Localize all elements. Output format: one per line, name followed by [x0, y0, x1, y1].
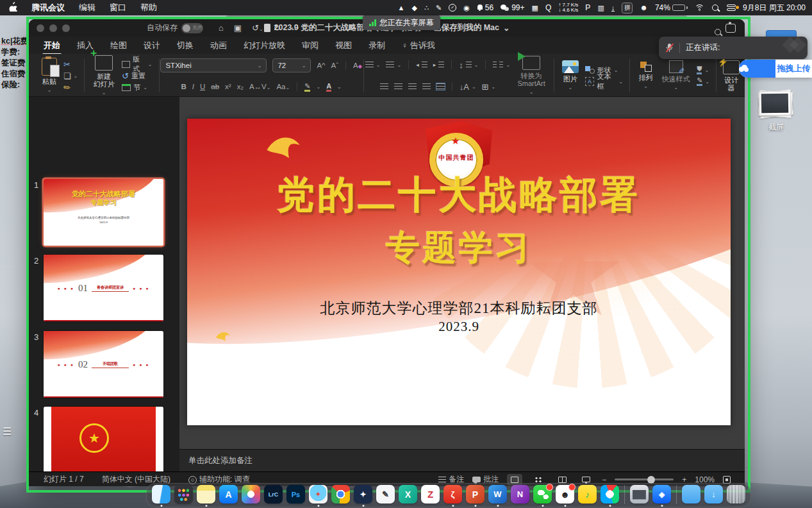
superscript-button[interactable]: x² [225, 83, 231, 90]
hexagon-status-icon[interactable]: ◆ [411, 4, 417, 12]
dock-app-launchpad[interactable] [174, 485, 193, 504]
p-status-icon[interactable]: P [585, 3, 590, 12]
tab-record[interactable]: 录制 [369, 40, 385, 51]
dock-app-qq[interactable]: ☻ [556, 485, 574, 504]
justify-button[interactable] [422, 81, 431, 92]
dock-app-chrome[interactable] [331, 485, 350, 504]
section-button[interactable]: 节⌄ [122, 81, 152, 93]
notes-pane[interactable]: 单击此处添加备注 [179, 449, 745, 471]
thumbnail-slide-1[interactable]: 党的二十大战略部署 专题学习 北京师范大学心理学部21本科励耘团支部 2023.… [44, 179, 163, 246]
window-layout-icon[interactable]: ▥ [597, 4, 604, 12]
menu-window[interactable]: 窗口 [110, 2, 126, 13]
decrease-indent-button[interactable]: ◂ [416, 59, 427, 71]
designer-button[interactable]: 设计器 [723, 60, 740, 92]
circles-status-icon[interactable]: ∴ [424, 4, 429, 12]
spotlight-search-icon[interactable] [711, 4, 720, 12]
dock-app-tencent-meeting[interactable]: ◈ [652, 485, 671, 504]
wifi-icon[interactable] [695, 4, 704, 12]
distribute-button[interactable] [436, 81, 445, 92]
tab-transitions[interactable]: 切换 [177, 40, 194, 51]
format-painter-button[interactable]: ✎ [63, 81, 78, 93]
shape-fill-button[interactable]: ⛊⌄ [697, 64, 709, 76]
underline-button[interactable]: U [200, 83, 205, 90]
slide-title-line1[interactable]: 党的二十大战略部署 [187, 170, 731, 221]
dock-app-baidu-netdisk[interactable] [601, 485, 619, 504]
dock-app-qq-music[interactable]: ♪ [578, 485, 597, 504]
autosave-toggle[interactable]: 关闭 [181, 23, 203, 33]
current-slide[interactable]: ★ 中国共青团 党的二十大战略部署 专题学习 北京师范大学心理学部21本科励耘团… [187, 119, 731, 425]
notification-bell-icon[interactable]: 56 [477, 3, 493, 12]
change-case-button[interactable]: Aa⌄ [276, 83, 290, 90]
apple-menu-icon[interactable] [9, 2, 17, 13]
screenshot-stack-icon[interactable] [758, 90, 793, 119]
shield-check-icon[interactable]: ✓ [449, 4, 456, 12]
dock-app-onenote[interactable]: N [511, 485, 529, 504]
highlight-color-button[interactable]: ✎ [304, 82, 310, 92]
slide-title-line2[interactable]: 专题学习 [187, 225, 731, 271]
numbering-button[interactable]: ⌄ [386, 59, 401, 71]
tab-animations[interactable]: 动画 [210, 40, 227, 51]
dock-app-trash[interactable] [727, 485, 745, 504]
thumbnail-slide-4[interactable]: ★ [44, 407, 163, 473]
dock-app-wechat[interactable] [533, 485, 552, 504]
increase-indent-button[interactable]: ▸ [433, 59, 445, 71]
dock-app-safari[interactable]: ✦ [309, 485, 327, 504]
dock-app-xmind[interactable]: X [399, 485, 417, 504]
align-text-button[interactable]: ⊞⌄ [482, 81, 496, 92]
quick-styles-button[interactable]: 快速样式 ⌄ [660, 60, 692, 92]
line-spacing-button[interactable]: ↕⌄ [459, 59, 478, 71]
dock-app-word[interactable]: W [488, 485, 507, 504]
font-color-button[interactable]: A [326, 82, 331, 92]
bullets-button[interactable]: ⌄ [365, 59, 381, 71]
zoom-slider-knob[interactable] [647, 476, 655, 484]
control-center-icon[interactable] [727, 4, 736, 11]
cut-button[interactable]: ✂ [63, 58, 78, 70]
tab-slideshow[interactable]: 幻灯片放映 [244, 40, 285, 51]
close-button[interactable] [37, 24, 44, 32]
tab-tell-me[interactable]: ♀告诉我 [402, 40, 435, 51]
align-right-button[interactable] [408, 81, 417, 92]
minimize-button[interactable] [49, 24, 57, 32]
network-speed[interactable]: ↑ 7.7 K/s↓ 4.6 K/s [558, 3, 578, 13]
text-direction-button[interactable]: ↓A⌄ [460, 81, 476, 92]
textbox-button[interactable]: A文本框⌄ [585, 76, 623, 87]
menu-edit[interactable]: 编辑 [79, 2, 95, 13]
thumbnail-slide-2[interactable]: ● ● ● 01 青春讲师团宣讲 ● ● ● [44, 255, 163, 321]
redo-icon[interactable]: ↻ [274, 23, 281, 33]
fit-to-window-icon[interactable] [723, 476, 731, 484]
active-app-menu[interactable]: 腾讯会议 [31, 2, 65, 13]
bold-button[interactable]: B [181, 83, 186, 90]
align-left-button[interactable] [380, 81, 388, 92]
dock-app-zotero[interactable]: Z [421, 485, 440, 504]
zoom-button[interactable] [62, 24, 70, 32]
align-center-button[interactable] [394, 81, 402, 92]
dock-app-lightroom[interactable]: LrC [264, 485, 283, 504]
grow-font-button[interactable]: A^ [317, 62, 325, 69]
strikethrough-button[interactable]: ab [211, 83, 219, 90]
slide-subtitle-line2[interactable]: 2023.9 [187, 319, 731, 335]
tab-design[interactable]: 设计 [144, 40, 160, 51]
subscript-button[interactable]: x₂ [237, 83, 244, 90]
new-slide-button[interactable]: 新建幻灯片 ⌄ [91, 55, 117, 97]
italic-button[interactable]: I [192, 83, 194, 90]
more-commands-icon[interactable]: ⋯ [291, 23, 299, 33]
arrange-button[interactable]: 排列 ⌄ [636, 62, 655, 90]
character-spacing-button[interactable]: A↔V⌄ [249, 83, 271, 90]
dock-app-screenshot-preview[interactable] [630, 485, 649, 504]
globe-status-icon[interactable]: ◉ [463, 4, 470, 12]
dock-app-red-media-app[interactable]: ζ [443, 485, 462, 504]
dock-app-downloads-folder[interactable]: ↓ [704, 485, 723, 504]
columns-button[interactable]: ⌄ [493, 59, 510, 71]
microphone-muted-icon[interactable] [665, 43, 674, 53]
dock-app-folder[interactable] [682, 485, 700, 504]
wechat-status-icon[interactable]: 99+ [501, 3, 524, 12]
font-size-select[interactable]: 72⌄ [272, 58, 311, 72]
dock-app-dark-dev-app[interactable]: ✦ [354, 485, 372, 504]
zoom-slider[interactable] [615, 478, 674, 480]
font-name-select[interactable]: STXihei⌄ [160, 58, 267, 72]
paste-button[interactable]: 粘贴 ⌄ [40, 58, 58, 94]
shape-outline-button[interactable]: ✎⌄ [697, 76, 709, 87]
menu-help[interactable]: 帮助 [140, 2, 157, 13]
slide-subtitle-line1[interactable]: 北京师范大学心理学部21本科励耘团支部 [187, 298, 731, 318]
copy-button[interactable]: ❏⌄ [63, 70, 78, 81]
